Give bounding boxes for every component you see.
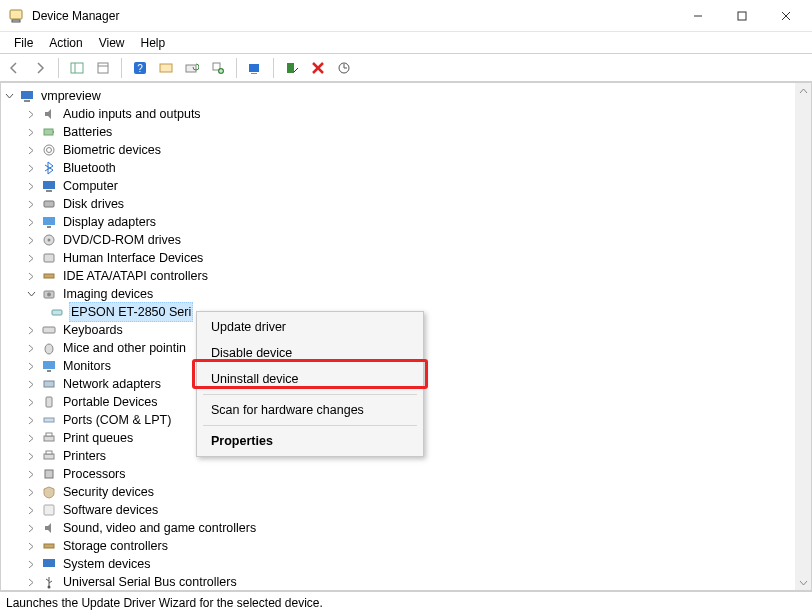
properties-button[interactable]: [93, 58, 113, 78]
chevron-right-icon[interactable]: [25, 126, 37, 138]
svg-rect-38: [44, 274, 54, 278]
disk-icon: [41, 196, 57, 212]
tree-category[interactable]: System devices: [3, 555, 809, 573]
update-driver-button[interactable]: [182, 58, 202, 78]
context-update-driver[interactable]: Update driver: [197, 314, 423, 340]
tree-category[interactable]: Biometric devices: [3, 141, 809, 159]
tree-category[interactable]: Audio inputs and outputs: [3, 105, 809, 123]
back-button[interactable]: [4, 58, 24, 78]
uninstall-device-button[interactable]: [308, 58, 328, 78]
chevron-right-icon[interactable]: [25, 108, 37, 120]
printer-icon: [41, 448, 57, 464]
chevron-right-icon[interactable]: [25, 342, 37, 354]
svg-rect-54: [44, 505, 54, 515]
svg-point-29: [47, 148, 52, 153]
tree-category[interactable]: DVD/CD-ROM drives: [3, 231, 809, 249]
scroll-down-button[interactable]: [795, 574, 811, 590]
tree-category[interactable]: Disk drives: [3, 195, 809, 213]
portable-device-icon: [41, 394, 57, 410]
tree-category[interactable]: Human Interface Devices: [3, 249, 809, 267]
scroll-track[interactable]: [795, 99, 811, 574]
chevron-right-icon[interactable]: [25, 270, 37, 282]
tree-root[interactable]: vmpreview: [3, 87, 809, 105]
chevron-right-icon[interactable]: [25, 162, 37, 174]
tree-category[interactable]: Bluetooth: [3, 159, 809, 177]
maximize-button[interactable]: [720, 1, 764, 31]
chevron-right-icon[interactable]: [25, 198, 37, 210]
scroll-up-button[interactable]: [795, 83, 811, 99]
chevron-right-icon[interactable]: [25, 486, 37, 498]
svg-rect-32: [44, 201, 54, 207]
chevron-right-icon[interactable]: [25, 144, 37, 156]
chevron-right-icon[interactable]: [25, 468, 37, 480]
show-hide-tree-button[interactable]: [67, 58, 87, 78]
tree-category[interactable]: Universal Serial Bus controllers: [3, 573, 809, 591]
chevron-right-icon[interactable]: [25, 540, 37, 552]
chevron-right-icon[interactable]: [25, 324, 37, 336]
battery-icon: [41, 124, 57, 140]
add-legacy-hardware-button[interactable]: [208, 58, 228, 78]
chevron-right-icon[interactable]: [25, 216, 37, 228]
computer-icon: [19, 88, 35, 104]
chevron-down-icon[interactable]: [3, 90, 15, 102]
statusbar-text: Launches the Update Driver Wizard for th…: [6, 596, 323, 610]
svg-point-57: [48, 586, 51, 589]
tree-category[interactable]: Software devices: [3, 501, 809, 519]
context-properties[interactable]: Properties: [197, 428, 423, 454]
chevron-right-icon[interactable]: [25, 234, 37, 246]
svg-rect-0: [10, 10, 22, 19]
help-button[interactable]: ?: [130, 58, 150, 78]
menu-file[interactable]: File: [6, 34, 41, 52]
selected-device-label: EPSON ET-2850 Seri: [69, 302, 193, 322]
context-uninstall-device[interactable]: Uninstall device: [197, 366, 423, 392]
tree-category[interactable]: Batteries: [3, 123, 809, 141]
camera-icon: [41, 286, 57, 302]
tree-category[interactable]: IDE ATA/ATAPI controllers: [3, 267, 809, 285]
chevron-right-icon[interactable]: [25, 414, 37, 426]
context-disable-device[interactable]: Disable device: [197, 340, 423, 366]
tree-category[interactable]: Processors: [3, 465, 809, 483]
chevron-right-icon[interactable]: [25, 180, 37, 192]
chevron-right-icon[interactable]: [25, 252, 37, 264]
close-button[interactable]: [764, 1, 808, 31]
security-icon: [41, 484, 57, 500]
svg-rect-48: [44, 418, 54, 422]
svg-rect-19: [251, 73, 257, 74]
ide-controller-icon: [41, 268, 57, 284]
tree-category[interactable]: Display adapters: [3, 213, 809, 231]
menu-action[interactable]: Action: [41, 34, 90, 52]
svg-text:?: ?: [137, 63, 143, 74]
svg-rect-47: [46, 397, 52, 407]
svg-point-40: [47, 293, 51, 297]
chevron-right-icon[interactable]: [25, 522, 37, 534]
menu-help[interactable]: Help: [133, 34, 174, 52]
tree-category[interactable]: Sound, video and game controllers: [3, 519, 809, 537]
minimize-button[interactable]: [676, 1, 720, 31]
tree-category-imaging[interactable]: Imaging devices: [3, 285, 809, 303]
tree-category[interactable]: Storage controllers: [3, 537, 809, 555]
chevron-right-icon[interactable]: [25, 504, 37, 516]
svg-rect-27: [53, 131, 54, 133]
chevron-right-icon[interactable]: [25, 396, 37, 408]
svg-rect-56: [43, 559, 55, 567]
tree-category[interactable]: Security devices: [3, 483, 809, 501]
chevron-right-icon[interactable]: [25, 558, 37, 570]
chevron-right-icon[interactable]: [25, 432, 37, 444]
disable-device-button[interactable]: [282, 58, 302, 78]
chevron-right-icon[interactable]: [25, 378, 37, 390]
enable-device-button[interactable]: [245, 58, 265, 78]
bluetooth-icon: [41, 160, 57, 176]
chevron-right-icon[interactable]: [25, 450, 37, 462]
forward-button[interactable]: [30, 58, 50, 78]
context-scan-hardware[interactable]: Scan for hardware changes: [197, 397, 423, 423]
svg-rect-44: [43, 361, 55, 369]
chevron-right-icon[interactable]: [25, 360, 37, 372]
chevron-down-icon[interactable]: [25, 288, 37, 300]
vertical-scrollbar[interactable]: [795, 83, 811, 590]
menu-view[interactable]: View: [91, 34, 133, 52]
scan-for-changes-button[interactable]: [334, 58, 354, 78]
chevron-right-icon[interactable]: [25, 576, 37, 588]
software-device-icon: [41, 502, 57, 518]
scan-hardware-button[interactable]: [156, 58, 176, 78]
tree-category[interactable]: Computer: [3, 177, 809, 195]
